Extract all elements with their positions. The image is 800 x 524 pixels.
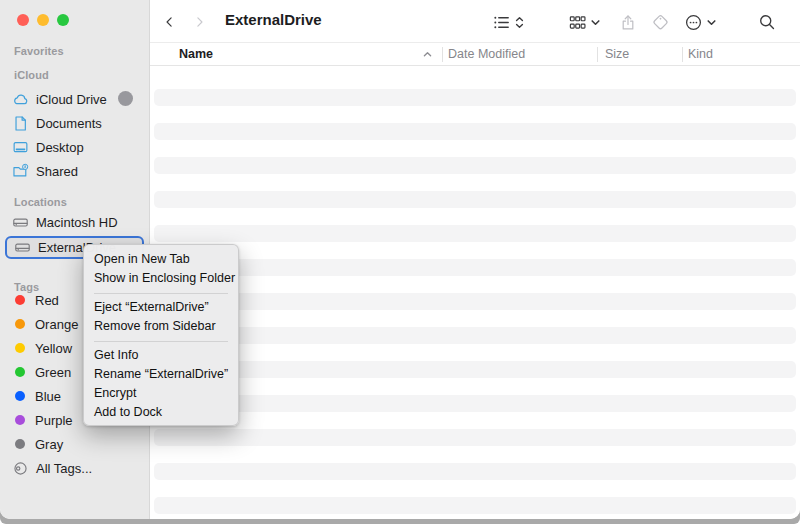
empty-row-stripe <box>154 293 796 310</box>
context-menu-separator <box>94 341 228 342</box>
column-header-name[interactable]: Name <box>179 47 213 61</box>
empty-row-stripe <box>154 429 796 446</box>
sidebar-section-label: iCloud <box>14 69 49 81</box>
sidebar-item-desktop[interactable]: Desktop <box>0 135 150 159</box>
shared-folder-icon <box>12 163 29 180</box>
sidebar-item-gray[interactable]: Gray <box>0 432 150 456</box>
chevron-right-icon <box>193 13 206 31</box>
sidebar-item-label: Macintosh HD <box>36 215 118 230</box>
sidebar-item-label: Red <box>35 293 59 308</box>
cloud-icon <box>12 91 29 108</box>
empty-row-stripe <box>154 259 796 276</box>
close-button[interactable] <box>17 14 29 26</box>
blue-tag-dot-icon <box>15 391 25 401</box>
chevron-up-down-icon <box>514 13 525 32</box>
empty-row-stripe <box>154 123 796 140</box>
sidebar-item-shared[interactable]: Shared <box>0 159 150 183</box>
empty-row-stripe <box>154 89 796 106</box>
column-header-size[interactable]: Size <box>605 47 629 61</box>
empty-row-stripe <box>154 191 796 208</box>
sidebar-item-label: Yellow <box>35 341 72 356</box>
orange-tag-dot-icon <box>15 319 25 329</box>
gray-tag-dot-icon <box>15 439 25 449</box>
column-separator <box>682 47 683 62</box>
empty-row-stripe <box>154 463 796 480</box>
chevron-down-icon <box>706 17 717 28</box>
tag-icon <box>651 13 670 32</box>
sidebar-item-label: iCloud Drive <box>36 92 107 107</box>
sort-ascending-icon <box>422 50 433 58</box>
sidebar-item-documents[interactable]: Documents <box>0 111 150 135</box>
sidebar-item-label: Green <box>35 365 71 380</box>
group-icon <box>568 13 587 32</box>
empty-row-stripe <box>154 327 796 344</box>
drive-icon <box>12 214 29 231</box>
context-menu-item-show-in-enclosing-folder[interactable]: Show in Enclosing Folder <box>84 269 238 288</box>
yellow-tag-dot-icon <box>15 343 25 353</box>
tags-button[interactable] <box>651 10 670 34</box>
sidebar-section-label: Favorites <box>14 45 64 57</box>
empty-row-stripe <box>154 361 796 378</box>
empty-row-stripe <box>154 497 796 514</box>
column-separator <box>597 47 598 62</box>
share-button[interactable] <box>619 10 637 34</box>
desktop-icon <box>12 139 29 156</box>
minimize-button[interactable] <box>37 14 49 26</box>
context-menu-item-eject-externaldrive[interactable]: Eject “ExternalDrive” <box>84 298 238 317</box>
icloud-sync-progress-icon <box>118 91 133 106</box>
sidebar-item-label: Desktop <box>36 140 84 155</box>
column-header-date-modified[interactable]: Date Modified <box>448 47 525 61</box>
empty-row-stripe <box>154 225 796 242</box>
column-separator <box>442 47 443 62</box>
red-tag-dot-icon <box>15 295 25 305</box>
context-menu: Open in New TabShow in Enclosing FolderE… <box>83 244 239 426</box>
drive-icon <box>14 239 31 256</box>
file-list-area[interactable] <box>150 66 800 519</box>
empty-row-stripe <box>154 157 796 174</box>
context-menu-item-get-info[interactable]: Get Info <box>84 346 238 365</box>
sidebar-item-label: All Tags... <box>36 461 92 476</box>
share-icon <box>619 13 637 32</box>
zoom-button[interactable] <box>57 14 69 26</box>
column-header-row: Name Date Modified Size Kind <box>150 43 800 66</box>
context-menu-item-add-to-dock[interactable]: Add to Dock <box>84 403 238 422</box>
sidebar-item-icloud-drive[interactable]: iCloud Drive <box>0 87 150 111</box>
sidebar-item-label: Purple <box>35 413 73 428</box>
empty-row-stripe <box>154 395 796 412</box>
back-button[interactable] <box>159 11 179 33</box>
ellipsis-circle-icon <box>684 13 703 32</box>
chevron-left-icon <box>163 13 176 31</box>
green-tag-dot-icon <box>15 367 25 377</box>
window-title: ExternalDrive <box>225 11 322 28</box>
chevron-down-icon <box>590 17 601 28</box>
sidebar-item-label: Gray <box>35 437 63 452</box>
sidebar-section-label: Locations <box>14 196 67 208</box>
sidebar-item-label: Blue <box>35 389 61 404</box>
sidebar-item-label: Shared <box>36 164 78 179</box>
list-view-icon <box>492 13 511 32</box>
sidebar-item-label: Orange <box>35 317 78 332</box>
context-menu-item-rename-externaldrive[interactable]: Rename “ExternalDrive” <box>84 365 238 384</box>
context-menu-item-encrypt[interactable]: Encrypt <box>84 384 238 403</box>
toolbar: ExternalDrive <box>150 0 800 43</box>
sidebar-item-label: Documents <box>36 116 102 131</box>
column-header-kind[interactable]: Kind <box>688 47 713 61</box>
search-icon <box>758 13 776 31</box>
finder-window: FavoritesiCloudiCloud DriveDocumentsDesk… <box>0 0 800 519</box>
document-icon <box>12 115 29 132</box>
group-button[interactable] <box>568 10 601 34</box>
all-tags-icon <box>12 460 29 477</box>
purple-tag-dot-icon <box>15 415 25 425</box>
context-menu-item-remove-from-sidebar[interactable]: Remove from Sidebar <box>84 317 238 336</box>
more-button[interactable] <box>684 10 717 34</box>
search-button[interactable] <box>758 10 776 34</box>
context-menu-separator <box>94 293 228 294</box>
sidebar-item-macintosh-hd[interactable]: Macintosh HD <box>0 211 150 234</box>
context-menu-item-open-in-new-tab[interactable]: Open in New Tab <box>84 250 238 269</box>
sidebar-item-all-tags[interactable]: All Tags... <box>0 456 150 480</box>
forward-button[interactable] <box>189 11 209 33</box>
view-mode-button[interactable] <box>492 10 525 34</box>
